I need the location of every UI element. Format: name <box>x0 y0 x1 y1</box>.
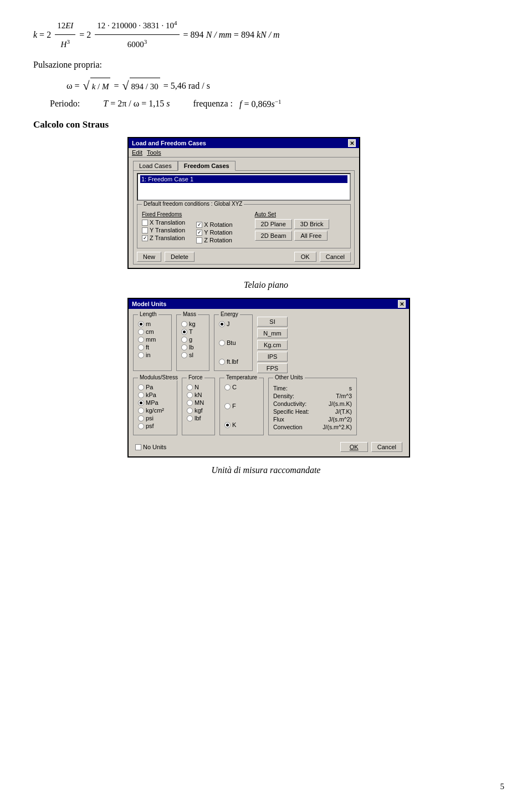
y-rotation-checkbox[interactable] <box>196 230 202 236</box>
length-ft-radio[interactable] <box>138 344 144 350</box>
length-cm-radio[interactable] <box>138 329 144 335</box>
omega-formula: ω = √ k / M = √ 894 / 30 = 5,46 rad / s <box>66 77 499 95</box>
y-translation-checkbox[interactable] <box>142 227 148 233</box>
x-translation-label: X Translation <box>150 219 185 226</box>
mass-g-row: g <box>181 336 204 343</box>
menu-edit[interactable]: Edit <box>132 149 142 156</box>
mass-sl-row: sl <box>181 352 204 358</box>
mass-legend: Mass <box>181 311 198 317</box>
force-MN-radio[interactable] <box>187 400 193 406</box>
default-freedom-legend: Default freedom conditions : Global XYZ <box>142 201 244 207</box>
energy-legend: Energy <box>219 311 240 317</box>
temp-K-radio[interactable] <box>224 422 231 428</box>
default-freedom-group: Default freedom conditions : Global XYZ … <box>137 204 351 248</box>
btn-FPS[interactable]: FPS <box>257 363 288 373</box>
length-m-radio[interactable] <box>138 321 144 327</box>
btn-ok-units[interactable]: OK <box>340 442 368 452</box>
length-group: Length m cm mm <box>133 314 172 371</box>
telaio-label: Telaio piano <box>33 280 499 290</box>
btn-cancel-freedom[interactable]: Cancel <box>320 252 351 262</box>
force-N-radio[interactable] <box>187 384 193 390</box>
energy-Btu-radio[interactable] <box>219 340 225 346</box>
mass-lb-radio[interactable] <box>181 344 187 350</box>
z-translation-label: Z Translation <box>150 235 185 241</box>
specific-heat-row: Specific Heat: J/(T.K) <box>273 408 352 415</box>
x-rotation-row: X Rotation <box>196 221 232 228</box>
freedom-dialog-close[interactable]: ✕ <box>348 139 356 147</box>
rotations-group: X Rotation Y Rotation Z Rotation <box>196 211 232 245</box>
model-units-bottom: No Units OK Cancel <box>133 441 405 453</box>
x-translation-checkbox[interactable] <box>142 220 148 226</box>
force-kgf-radio[interactable] <box>187 408 193 414</box>
modulus-Pa-radio[interactable] <box>138 384 144 390</box>
auto-set-row1: 2D Plane 3D Brick <box>255 219 330 229</box>
y-translation-row: Y Translation <box>142 227 185 233</box>
modulus-group: Modulus/Stress Pa kPa MPa <box>133 378 177 435</box>
convection-row: Convection J/(s.m^2.K) <box>273 424 352 430</box>
energy-Btu-row: Btu <box>219 339 248 346</box>
freedom-list[interactable]: 1: Freedom Case 1 <box>137 173 351 201</box>
length-mm-row: mm <box>138 336 167 343</box>
force-kN-radio[interactable] <box>187 392 193 398</box>
auto-set-row2: 2D Beam All Free <box>255 231 330 241</box>
modulus-kPa-radio[interactable] <box>138 392 144 398</box>
fixed-freedoms-label: Fixed Freedoms <box>142 211 185 217</box>
energy-group: Energy J Btu ft.lbf <box>214 314 253 371</box>
density-row: Density: T/m^3 <box>273 393 352 399</box>
frac-numbers: 12 · 210000 · 3831 · 104 60003 <box>95 17 179 53</box>
x-rotation-checkbox[interactable] <box>196 222 202 228</box>
btn-2d-plane[interactable]: 2D Plane <box>255 219 292 229</box>
mass-g-radio[interactable] <box>181 337 187 343</box>
modulus-psf-radio[interactable] <box>138 423 144 429</box>
btn-2d-beam[interactable]: 2D Beam <box>255 231 293 241</box>
si-buttons-group: SI N_mm Kg.cm IPS FPS <box>257 317 288 373</box>
btn-new[interactable]: New <box>137 252 161 262</box>
k-equals: k = 2 <box>33 26 51 44</box>
btn-cancel-units[interactable]: Cancel <box>371 442 402 452</box>
modulus-psi-radio[interactable] <box>138 415 144 421</box>
mass-sl-radio[interactable] <box>181 352 187 358</box>
length-in-radio[interactable] <box>138 352 144 358</box>
tab-freedom-cases[interactable]: Freedom Cases <box>178 161 236 171</box>
mass-kg-radio[interactable] <box>181 321 187 327</box>
energy-ftlbf-radio[interactable] <box>219 359 225 365</box>
y-translation-label: Y Translation <box>150 227 185 233</box>
auto-set-label: Auto Set <box>255 211 330 217</box>
z-translation-checkbox[interactable] <box>142 235 148 241</box>
btn-delete[interactable]: Delete <box>165 252 195 262</box>
modulus-kgcm2-radio[interactable] <box>138 408 144 414</box>
tab-row: Load Cases Freedom Cases <box>133 161 355 170</box>
calcolo-title: Calcolo con Straus <box>33 119 499 130</box>
force-lbf-radio[interactable] <box>187 415 193 421</box>
y-rotation-label: Y Rotation <box>204 229 232 236</box>
menu-tools[interactable]: Tools <box>147 149 161 156</box>
mass-lb-row: lb <box>181 344 204 350</box>
btn-3d-brick[interactable]: 3D Brick <box>294 219 330 229</box>
btn-all-free[interactable]: All Free <box>294 231 328 241</box>
z-rotation-checkbox[interactable] <box>196 237 202 243</box>
btn-Kg-cm[interactable]: Kg.cm <box>257 340 288 350</box>
temp-F-radio[interactable] <box>224 403 231 409</box>
model-units-close[interactable]: ✕ <box>398 300 406 308</box>
temp-C-radio[interactable] <box>224 384 231 390</box>
btn-IPS[interactable]: IPS <box>257 352 288 362</box>
freedom-dialog-buttons: New Delete OK Cancel <box>137 252 351 262</box>
btn-ok-freedom[interactable]: OK <box>294 252 316 262</box>
force-group: Force N kN MN <box>182 378 215 435</box>
model-units-title: Model Units <box>132 301 166 307</box>
length-mm-radio[interactable] <box>138 337 144 343</box>
flux-row: Flux J/(s.m^2) <box>273 416 352 423</box>
btn-N-mm[interactable]: N_mm <box>257 328 288 338</box>
length-cm-row: cm <box>138 328 167 335</box>
energy-J-radio[interactable] <box>219 321 225 327</box>
no-units-checkbox[interactable] <box>135 444 141 450</box>
other-units-legend: Other Units <box>273 374 305 380</box>
length-m-row: m <box>138 321 167 327</box>
mass-T-radio[interactable] <box>181 329 187 335</box>
length-legend: Length <box>138 311 158 317</box>
modulus-MPa-radio[interactable] <box>138 400 144 406</box>
force-legend: Force <box>187 374 204 380</box>
freedom-list-item[interactable]: 1: Freedom Case 1 <box>140 175 347 183</box>
tab-load-cases[interactable]: Load Cases <box>133 161 178 170</box>
btn-SI[interactable]: SI <box>257 317 288 327</box>
